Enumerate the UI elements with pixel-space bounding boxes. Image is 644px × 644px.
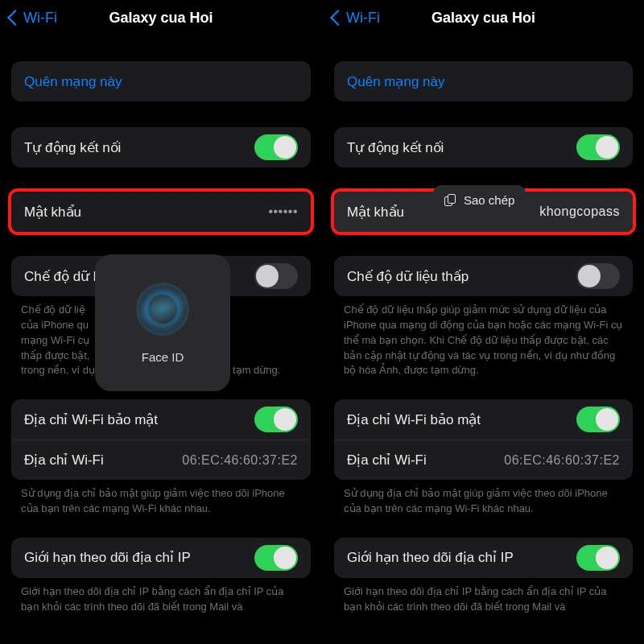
limit-ip-footer: Giới hạn theo dõi địa chỉ IP bằng cách ẩ… <box>344 584 623 615</box>
limit-ip-group: Giới hạn theo dõi địa chỉ IP <box>334 538 633 578</box>
low-data-label: Chế độ dữ liệu thấp <box>347 268 576 285</box>
private-address-label: Địa chỉ Wi-Fi bảo mật <box>24 411 254 428</box>
back-button[interactable]: Wi-Fi <box>328 10 380 27</box>
low-data-row: Chế độ dữ liệu thấp <box>334 256 633 296</box>
limit-ip-row: Giới hạn theo dõi địa chỉ IP <box>11 538 311 578</box>
low-data-footer: Chế độ dữ liệu thấp giúp giảm mức sử dụn… <box>344 303 623 378</box>
private-address-footer: Sử dụng địa chỉ bảo mật giúp giảm việc t… <box>344 486 623 517</box>
auto-join-row: Tự động kết nối <box>334 127 633 167</box>
password-label: Mật khẩu <box>24 204 268 221</box>
auto-join-toggle[interactable] <box>576 134 620 160</box>
auto-join-label: Tự động kết nối <box>24 139 254 156</box>
auto-join-row: Tự động kết nối <box>11 127 311 167</box>
right-screenshot: Wi-Fi Galaxy cua Hoi Quên mạng này Tự độ… <box>322 0 644 644</box>
private-address-footer: Sử dụng địa chỉ bảo mật giúp giảm việc t… <box>21 486 301 517</box>
limit-ip-label: Giới hạn theo dõi địa chỉ IP <box>24 549 254 566</box>
copy-icon <box>444 194 457 207</box>
faceid-overlay: Face ID <box>95 254 230 391</box>
low-data-toggle[interactable] <box>254 263 298 289</box>
forget-group: Quên mạng này <box>334 61 633 101</box>
limit-ip-footer: Giới hạn theo dõi địa chỉ IP bằng cách ẩ… <box>21 584 301 615</box>
wifi-address-label: Địa chỉ Wi-Fi <box>24 452 182 469</box>
nav-bar: Wi-Fi Galaxy cua Hoi <box>0 0 322 35</box>
faceid-icon <box>129 275 196 342</box>
wifi-address-row: Địa chỉ Wi-Fi 06:EC:46:60:37:E2 <box>11 440 311 480</box>
limit-ip-toggle[interactable] <box>254 545 298 571</box>
forget-group: Quên mạng này <box>11 61 311 101</box>
forget-network-button[interactable]: Quên mạng này <box>11 61 311 101</box>
priv-addr-group: Địa chỉ Wi-Fi bảo mật Địa chỉ Wi-Fi 06:E… <box>11 399 311 480</box>
private-address-row: Địa chỉ Wi-Fi bảo mật <box>334 399 633 440</box>
password-row[interactable]: Mật khẩu •••••• <box>11 192 311 232</box>
auto-join-toggle[interactable] <box>254 134 298 160</box>
auto-join-label: Tự động kết nối <box>347 139 576 156</box>
wifi-address-value: 06:EC:46:60:37:E2 <box>182 453 298 468</box>
autojoin-group: Tự động kết nối <box>334 127 633 167</box>
private-address-toggle[interactable] <box>576 407 620 432</box>
limit-ip-label: Giới hạn theo dõi địa chỉ IP <box>347 549 576 566</box>
faceid-label: Face ID <box>142 350 184 364</box>
back-label: Wi-Fi <box>23 10 57 27</box>
private-address-row: Địa chỉ Wi-Fi bảo mật <box>11 399 311 440</box>
nav-bar: Wi-Fi Galaxy cua Hoi <box>323 0 644 35</box>
password-value-revealed: khongcopass <box>539 204 620 219</box>
lowdata-group: Chế độ dữ liệu thấp <box>334 256 633 296</box>
back-button[interactable]: Wi-Fi <box>5 10 57 27</box>
forget-network-button[interactable]: Quên mạng này <box>334 61 633 101</box>
wifi-address-row: Địa chỉ Wi-Fi 06:EC:46:60:37:E2 <box>334 440 633 480</box>
chevron-left-icon <box>330 10 346 26</box>
wifi-address-label: Địa chỉ Wi-Fi <box>347 452 504 469</box>
left-screenshot: Wi-Fi Galaxy cua Hoi Quên mạng này Tự độ… <box>0 0 322 644</box>
priv-addr-group: Địa chỉ Wi-Fi bảo mật Địa chỉ Wi-Fi 06:E… <box>334 399 633 480</box>
limit-ip-toggle[interactable] <box>576 545 620 571</box>
limit-ip-row: Giới hạn theo dõi địa chỉ IP <box>334 538 633 578</box>
private-address-label: Địa chỉ Wi-Fi bảo mật <box>347 411 576 428</box>
chevron-left-icon <box>7 10 23 26</box>
low-data-toggle[interactable] <box>576 263 620 289</box>
copy-tooltip[interactable]: Sao chép <box>433 185 526 215</box>
copy-label: Sao chép <box>464 193 514 207</box>
private-address-toggle[interactable] <box>254 407 298 432</box>
limit-ip-group: Giới hạn theo dõi địa chỉ IP <box>11 538 311 578</box>
autojoin-group: Tự động kết nối <box>11 127 311 167</box>
wifi-address-value: 06:EC:46:60:37:E2 <box>504 453 620 468</box>
back-label: Wi-Fi <box>346 10 380 27</box>
password-value-masked: •••••• <box>268 204 298 219</box>
password-group: Mật khẩu •••••• <box>11 192 311 232</box>
